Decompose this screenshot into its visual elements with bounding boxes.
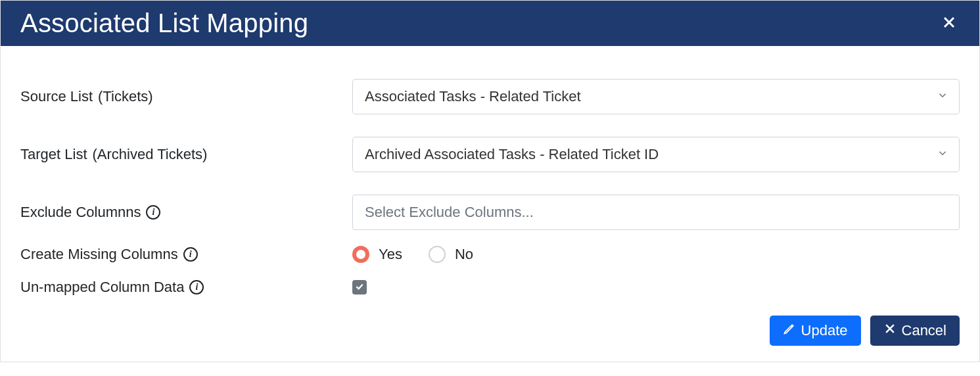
unmapped-checkbox[interactable] (352, 280, 367, 294)
source-list-select[interactable]: Associated Tasks - Related Ticket (352, 79, 960, 114)
unmapped-label: Un-mapped Column Data (20, 279, 184, 296)
exclude-columns-label: Exclude Columnns (20, 204, 141, 221)
source-list-label-group: Source List (Tickets) (20, 88, 352, 105)
source-list-context: (Tickets) (98, 88, 153, 105)
create-missing-row: Create Missing Columns i Yes No (20, 246, 960, 263)
radio-yes-label: Yes (379, 246, 402, 263)
create-missing-radio-group: Yes No (352, 246, 473, 263)
target-list-row: Target List (Archived Tickets) Archived … (20, 137, 960, 172)
update-button-label: Update (801, 322, 848, 339)
exclude-columns-input[interactable]: Select Exclude Columns... (352, 195, 960, 230)
source-list-row: Source List (Tickets) Associated Tasks -… (20, 79, 960, 114)
modal-header: Associated List Mapping (1, 1, 979, 46)
pencil-icon (783, 322, 796, 339)
close-button[interactable] (939, 12, 960, 35)
associated-list-mapping-modal: Associated List Mapping Source List (Tic… (0, 0, 980, 362)
radio-no[interactable]: No (429, 246, 473, 263)
info-icon[interactable]: i (146, 205, 160, 220)
modal-body: Source List (Tickets) Associated Tasks -… (1, 46, 979, 316)
modal-footer: Update Cancel (1, 316, 979, 362)
create-missing-label: Create Missing Columns (20, 246, 178, 263)
chevron-down-icon (937, 146, 948, 163)
radio-icon-unselected (429, 246, 446, 263)
target-list-value: Archived Associated Tasks - Related Tick… (365, 146, 659, 163)
close-icon (941, 22, 957, 32)
source-list-label: Source List (20, 88, 93, 105)
update-button[interactable]: Update (770, 316, 861, 346)
target-list-context: (Archived Tickets) (93, 146, 208, 163)
target-list-label-group: Target List (Archived Tickets) (20, 146, 352, 163)
radio-no-label: No (455, 246, 473, 263)
modal-title: Associated List Mapping (20, 9, 308, 38)
check-icon (354, 280, 365, 295)
radio-icon-selected (352, 246, 369, 263)
radio-yes[interactable]: Yes (352, 246, 402, 263)
unmapped-row: Un-mapped Column Data i (20, 279, 960, 296)
create-missing-label-group: Create Missing Columns i (20, 246, 352, 263)
info-icon[interactable]: i (189, 280, 204, 294)
target-list-label: Target List (20, 146, 87, 163)
target-list-select[interactable]: Archived Associated Tasks - Related Tick… (352, 137, 960, 172)
info-icon[interactable]: i (183, 247, 198, 262)
exclude-columns-label-group: Exclude Columnns i (20, 204, 352, 221)
chevron-down-icon (937, 88, 948, 105)
source-list-value: Associated Tasks - Related Ticket (365, 88, 581, 105)
cancel-button[interactable]: Cancel (870, 316, 960, 346)
cancel-button-label: Cancel (902, 322, 946, 339)
unmapped-label-group: Un-mapped Column Data i (20, 279, 352, 296)
close-icon (883, 322, 897, 339)
exclude-columns-row: Exclude Columnns i Select Exclude Column… (20, 195, 960, 230)
